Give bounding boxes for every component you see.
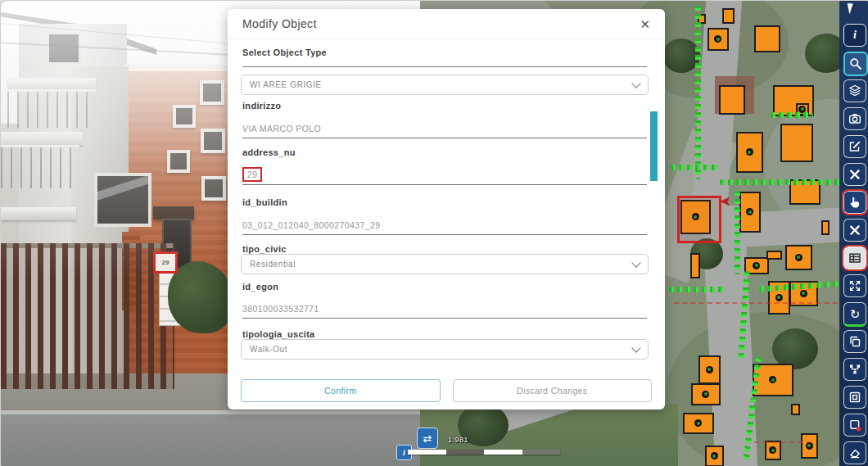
field-value-id-buildin[interactable]: 03_012_012040_8000270437_29 xyxy=(242,220,647,235)
divider xyxy=(242,66,647,67)
field-label-tipo-civic: tipo_civic xyxy=(242,244,287,254)
expand-tool-button[interactable] xyxy=(843,274,866,297)
field-value-id-egon[interactable]: 380100033532771 xyxy=(242,304,647,319)
address-point-chain xyxy=(671,165,718,170)
building-centroid-dot xyxy=(706,366,713,373)
field-label-id-buildin: id_buildin xyxy=(242,197,287,207)
close-icon[interactable]: ✕ xyxy=(640,18,650,30)
building-centroid-dot xyxy=(795,254,802,261)
building-centroid-dot xyxy=(711,452,718,459)
app-window: 29 ➤ xyxy=(0,0,868,466)
copy-tool-button[interactable] xyxy=(843,330,866,353)
map-building[interactable] xyxy=(801,433,818,459)
expand-icon xyxy=(848,279,861,292)
info-tool-button[interactable]: i xyxy=(843,24,866,47)
photo-balcony-railing xyxy=(7,89,96,128)
photo-window xyxy=(201,176,226,201)
selection-arrow-icon: ➤ xyxy=(720,194,730,210)
object-type-select[interactable]: WI AREE GRIGIE xyxy=(241,75,649,95)
chevron-down-icon xyxy=(631,258,640,267)
discard-changes-button[interactable]: Discard Changes xyxy=(453,379,653,402)
tipologia-uscita-select[interactable]: Walk-Out xyxy=(241,339,649,360)
rotate-tool-button[interactable]: ↻ xyxy=(843,302,866,327)
network-tool-button[interactable] xyxy=(843,358,866,381)
edit-object-tool-button[interactable] xyxy=(843,135,866,158)
building-centroid-dot xyxy=(769,446,776,454)
building-centroid-dot xyxy=(800,290,807,297)
house-number-marker[interactable]: 29 xyxy=(153,251,178,274)
info-icon: i xyxy=(853,29,857,42)
photo-door-awning xyxy=(153,206,194,219)
search-tool-button[interactable] xyxy=(843,52,868,76)
map-building[interactable] xyxy=(821,220,830,235)
building-centroid-dot xyxy=(769,376,776,383)
frame-select-tool-button[interactable] xyxy=(843,386,866,409)
map-building[interactable] xyxy=(708,28,729,51)
attribute-grid-tool-button[interactable] xyxy=(843,247,866,269)
map-scale-bar xyxy=(408,450,560,455)
info-icon: i xyxy=(403,448,405,457)
address-point-chain xyxy=(771,112,813,118)
building-centroid-dot xyxy=(714,35,721,43)
address-point-chain xyxy=(669,287,725,292)
building-centroid-dot xyxy=(753,262,760,269)
eraser-tool-button[interactable] xyxy=(843,441,866,464)
map-building[interactable] xyxy=(722,8,735,24)
building-centroid-dot xyxy=(746,208,753,215)
modify-object-modal: Modify Object ✕ Select Object Type WI AR… xyxy=(228,9,665,409)
map-building[interactable] xyxy=(739,192,761,233)
building-centroid-dot xyxy=(694,419,702,427)
modal-title: Modify Object xyxy=(242,17,317,30)
map-building[interactable] xyxy=(765,441,781,460)
attribute-grid-icon xyxy=(848,251,861,265)
select-pointer-tool-button[interactable] xyxy=(843,191,866,214)
photo-fence xyxy=(1,243,174,389)
map-building[interactable] xyxy=(766,251,782,260)
map-building[interactable] xyxy=(736,132,763,173)
confirm-button[interactable]: Confirm xyxy=(241,379,441,402)
tools-button-2[interactable] xyxy=(843,219,866,242)
object-type-label: Select Object Type xyxy=(242,48,327,57)
photo-road xyxy=(1,414,420,466)
camera-tool-button[interactable] xyxy=(843,107,866,130)
tipo-civic-value: Residential xyxy=(250,260,296,269)
tools-button[interactable] xyxy=(843,163,866,186)
modal-scrollbar[interactable] xyxy=(650,111,658,181)
map-building[interactable] xyxy=(785,245,812,270)
tools-icon xyxy=(848,168,861,181)
map-red-dashed-line xyxy=(674,302,846,304)
vertex-edit-tool-button[interactable] xyxy=(843,414,866,437)
swap-icon: ⇄ xyxy=(423,432,432,445)
map-building[interactable] xyxy=(791,404,800,415)
house-number-label: 29 xyxy=(162,259,170,266)
photo-window xyxy=(47,32,81,65)
map-building[interactable] xyxy=(698,355,721,384)
chevron-down-icon xyxy=(631,79,640,88)
swap-view-button[interactable]: ⇄ xyxy=(417,428,438,449)
chevron-down-icon xyxy=(631,343,640,352)
photo-balcony-slab xyxy=(1,132,83,145)
network-icon xyxy=(848,363,861,376)
map-building[interactable] xyxy=(780,124,813,162)
map-building[interactable] xyxy=(690,253,700,278)
map-building[interactable] xyxy=(754,25,780,52)
map-scale-text: 1:981 xyxy=(448,436,468,444)
field-value-indirizzo[interactable]: VIA MARCO POLO xyxy=(242,124,647,138)
map-building[interactable] xyxy=(719,85,745,115)
tipo-civic-select[interactable]: Residential xyxy=(241,254,649,274)
field-value-address-nu[interactable]: 29 xyxy=(242,167,647,185)
map-building[interactable] xyxy=(705,446,724,466)
object-type-value: WI AREE GRIGIE xyxy=(250,80,322,89)
building-centroid-dot xyxy=(702,391,709,398)
edit-object-icon xyxy=(848,140,861,153)
map-building[interactable] xyxy=(691,383,721,405)
building-centroid-dot xyxy=(775,294,783,301)
photo-window xyxy=(167,150,190,173)
rotate-icon: ↻ xyxy=(850,308,861,320)
copy-icon xyxy=(848,335,861,348)
map-building[interactable] xyxy=(683,413,714,434)
modal-actions: Confirm Discard Changes xyxy=(241,379,652,402)
map-red-dashed-line xyxy=(754,441,811,443)
layers-tool-button[interactable] xyxy=(843,79,866,102)
selected-feature-box[interactable] xyxy=(677,196,721,243)
